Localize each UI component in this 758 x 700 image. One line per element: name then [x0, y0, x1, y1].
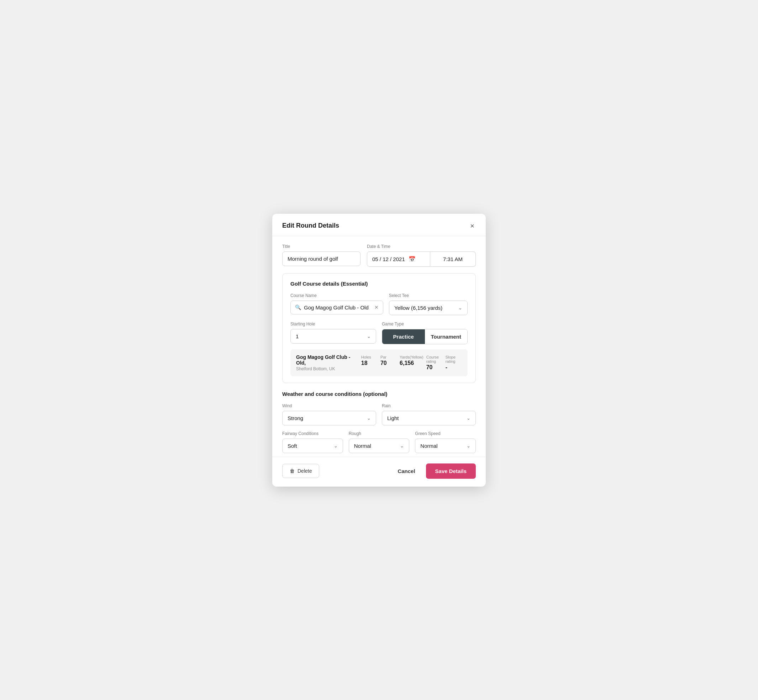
title-datetime-row: Title Date & Time 05 / 12 / 2021 📅 7:31 …: [282, 244, 476, 267]
course-info-main: Gog Magog Golf Club - Old, Shelford Bott…: [296, 354, 462, 371]
calendar-icon: 📅: [409, 256, 416, 262]
starting-hole-group: Starting Hole 1 ⌄: [290, 322, 376, 344]
tournament-toggle-button[interactable]: Tournament: [425, 330, 468, 344]
starting-hole-label: Starting Hole: [290, 322, 376, 327]
datetime-group: Date & Time 05 / 12 / 2021 📅 7:31 AM: [367, 244, 476, 267]
footer-right: Cancel Save Details: [395, 464, 476, 479]
practice-toggle-button[interactable]: Practice: [382, 330, 425, 344]
course-name-input-wrapper[interactable]: 🔍 ✕: [290, 300, 383, 314]
fairway-group: Fairway Conditions Soft ⌄: [282, 431, 343, 453]
course-location: Shelford Bottom, UK: [296, 366, 359, 371]
slope-rating-label: Slope rating: [446, 355, 462, 364]
holes-value: 18: [361, 360, 377, 366]
select-tee-group: Select Tee Yellow (6,156 yards) ⌄: [389, 293, 468, 315]
select-tee-dropdown[interactable]: Yellow (6,156 yards) ⌄: [389, 300, 468, 315]
modal-footer: 🗑 Delete Cancel Save Details: [272, 457, 486, 487]
title-group: Title: [282, 244, 360, 267]
rough-group: Rough Normal ⌄: [349, 431, 410, 453]
chevron-down-icon-hole: ⌄: [367, 334, 371, 339]
green-speed-group: Green Speed Normal ⌄: [415, 431, 476, 453]
close-button[interactable]: ×: [469, 222, 476, 230]
wind-label: Wind: [282, 403, 376, 408]
fairway-label: Fairway Conditions: [282, 431, 343, 436]
wind-dropdown[interactable]: Strong ⌄: [282, 411, 376, 425]
wind-value: Strong: [288, 415, 303, 421]
clear-icon[interactable]: ✕: [374, 305, 379, 310]
search-icon: 🔍: [295, 305, 301, 310]
slope-rating-value: -: [446, 364, 462, 370]
save-button[interactable]: Save Details: [426, 464, 476, 479]
game-type-toggle: Practice Tournament: [382, 329, 468, 344]
golf-course-section: Golf Course details (Essential) Course N…: [282, 273, 476, 383]
select-tee-value: Yellow (6,156 yards): [394, 305, 442, 311]
game-type-group: Game Type Practice Tournament: [382, 322, 468, 344]
rain-value: Light: [387, 415, 399, 421]
title-input[interactable]: [282, 252, 360, 266]
chevron-down-icon-green: ⌄: [467, 443, 470, 448]
delete-button[interactable]: 🗑 Delete: [282, 464, 319, 478]
starting-hole-value: 1: [296, 333, 299, 339]
rough-dropdown[interactable]: Normal ⌄: [349, 439, 410, 453]
date-field[interactable]: 05 / 12 / 2021 📅: [367, 252, 430, 267]
holes-label: Holes: [361, 355, 377, 359]
cancel-button[interactable]: Cancel: [395, 464, 418, 478]
conditions-row: Fairway Conditions Soft ⌄ Rough Normal ⌄…: [282, 431, 476, 453]
wind-group: Wind Strong ⌄: [282, 403, 376, 425]
weather-section-title: Weather and course conditions (optional): [282, 391, 476, 397]
course-info-name-block: Gog Magog Golf Club - Old, Shelford Bott…: [296, 354, 359, 371]
date-value: 05 / 12 / 2021: [372, 256, 405, 262]
time-field[interactable]: 7:31 AM: [430, 252, 476, 267]
green-speed-dropdown[interactable]: Normal ⌄: [415, 439, 476, 453]
rough-value: Normal: [354, 443, 371, 449]
chevron-down-icon-rain: ⌄: [467, 416, 470, 421]
par-stat: Par 70: [377, 355, 397, 370]
datetime-label: Date & Time: [367, 244, 476, 249]
course-tee-row: Course Name 🔍 ✕ Select Tee Yellow (6,156…: [290, 293, 468, 315]
yards-label: Yards(Yellow): [399, 355, 423, 359]
yards-value: 6,156: [399, 360, 423, 366]
weather-section: Weather and course conditions (optional)…: [282, 391, 476, 453]
course-rating-label: Course rating: [426, 355, 443, 364]
modal-header: Edit Round Details ×: [272, 214, 486, 236]
rain-group: Rain Light ⌄: [382, 403, 476, 425]
course-rating-stat: Course rating 70: [423, 355, 443, 370]
slope-rating-stat: Slope rating -: [443, 355, 462, 370]
chevron-down-icon-rough: ⌄: [400, 443, 404, 448]
par-label: Par: [381, 355, 397, 359]
course-info-box: Gog Magog Golf Club - Old, Shelford Bott…: [290, 349, 468, 376]
course-name-display: Gog Magog Golf Club - Old,: [296, 354, 359, 366]
course-name-input[interactable]: [304, 305, 371, 311]
green-speed-value: Normal: [420, 443, 437, 449]
date-time-row: 05 / 12 / 2021 📅 7:31 AM: [367, 252, 476, 267]
chevron-down-icon-wind: ⌄: [367, 416, 371, 421]
time-value: 7:31 AM: [443, 256, 463, 262]
title-label: Title: [282, 244, 360, 249]
green-speed-label: Green Speed: [415, 431, 476, 436]
fairway-dropdown[interactable]: Soft ⌄: [282, 439, 343, 453]
wind-rain-row: Wind Strong ⌄ Rain Light ⌄: [282, 403, 476, 425]
holes-stat: Holes 18: [359, 355, 377, 370]
starting-hole-dropdown[interactable]: 1 ⌄: [290, 329, 376, 344]
hole-gametype-row: Starting Hole 1 ⌄ Game Type Practice Tou…: [290, 322, 468, 344]
yards-stat: Yards(Yellow) 6,156: [397, 355, 423, 370]
course-name-label: Course Name: [290, 293, 383, 298]
golf-course-title: Golf Course details (Essential): [290, 281, 468, 287]
fairway-value: Soft: [288, 443, 297, 449]
modal-title: Edit Round Details: [282, 222, 339, 230]
rain-dropdown[interactable]: Light ⌄: [382, 411, 476, 425]
modal-body: Title Date & Time 05 / 12 / 2021 📅 7:31 …: [272, 236, 486, 453]
delete-label: Delete: [298, 468, 312, 474]
delete-icon: 🗑: [290, 468, 294, 474]
chevron-down-icon-fairway: ⌄: [334, 443, 338, 448]
select-tee-label: Select Tee: [389, 293, 468, 298]
course-stats: Holes 18 Par 70 Yards(Yellow) 6,156 Co: [359, 355, 462, 370]
chevron-down-icon: ⌄: [458, 305, 462, 311]
par-value: 70: [381, 360, 397, 366]
edit-round-modal: Edit Round Details × Title Date & Time 0…: [272, 214, 486, 487]
rain-label: Rain: [382, 403, 476, 408]
course-name-group: Course Name 🔍 ✕: [290, 293, 383, 315]
course-rating-value: 70: [426, 364, 443, 370]
game-type-label: Game Type: [382, 322, 468, 327]
rough-label: Rough: [349, 431, 410, 436]
